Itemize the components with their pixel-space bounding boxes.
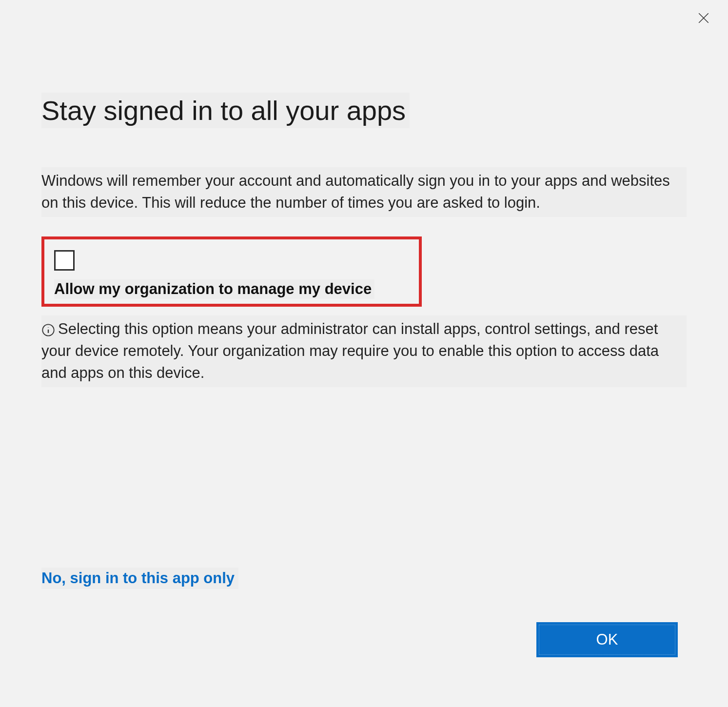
dialog-description: Windows will remember your account and a… xyxy=(41,167,687,217)
sign-in-app-only-link[interactable]: No, sign in to this app only xyxy=(41,568,238,589)
dialog-title: Stay signed in to all your apps xyxy=(41,93,410,128)
allow-manage-checkbox[interactable] xyxy=(54,250,75,271)
button-row: OK xyxy=(41,622,687,657)
ok-button[interactable]: OK xyxy=(536,622,678,657)
info-text-content: Selecting this option means your adminis… xyxy=(41,320,659,381)
close-button[interactable] xyxy=(694,9,713,28)
stay-signed-in-dialog: Stay signed in to all your apps Windows … xyxy=(0,0,728,707)
info-text: Selecting this option means your adminis… xyxy=(41,315,687,387)
checkbox-row: Allow my organization to manage my devic… xyxy=(54,250,409,299)
highlight-box: Allow my organization to manage my devic… xyxy=(41,236,422,307)
info-icon xyxy=(41,323,55,337)
dialog-content: Stay signed in to all your apps Windows … xyxy=(0,0,728,657)
close-icon xyxy=(697,12,710,26)
allow-manage-checkbox-label: Allow my organization to manage my devic… xyxy=(54,279,374,299)
